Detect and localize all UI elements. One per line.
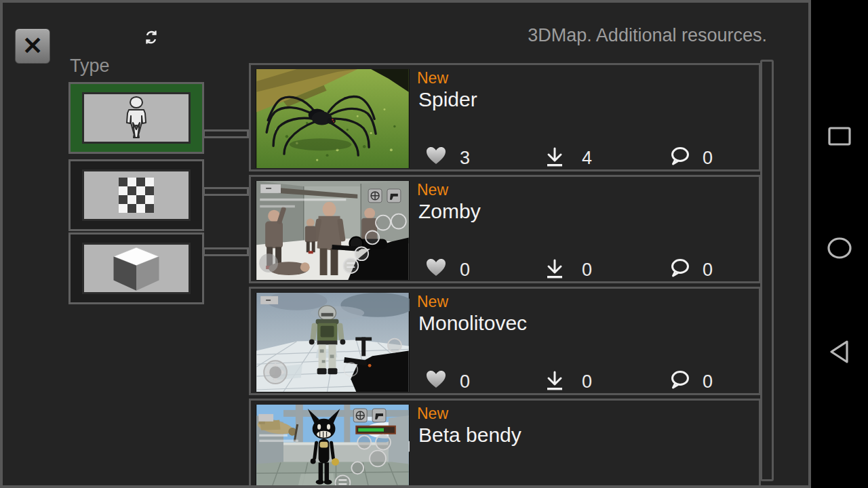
resource-card-spider[interactable]: New Spider 3 4 0	[249, 63, 761, 171]
likes-count: 3	[460, 148, 470, 169]
type-button-textures[interactable]	[68, 159, 204, 231]
resource-title: Beta bendy	[418, 424, 521, 447]
resource-card-beta-bendy[interactable]: New Beta bendy	[249, 399, 761, 488]
download-icon	[544, 146, 566, 171]
back-triangle-icon[interactable]	[828, 339, 851, 367]
list-scrollbar[interactable]	[760, 60, 774, 481]
downloads-count: 0	[582, 371, 592, 392]
comments-icon	[669, 146, 690, 169]
close-icon: ✕	[22, 34, 43, 58]
likes-icon	[426, 370, 446, 392]
download-icon	[544, 258, 566, 283]
type-button-characters[interactable]	[68, 82, 204, 154]
new-badge: New	[417, 405, 448, 423]
type-button-models[interactable]	[68, 232, 204, 304]
comments-count: 0	[703, 260, 713, 281]
comments-icon	[669, 370, 690, 393]
likes-count: 0	[460, 260, 470, 281]
likes-count: 0	[460, 371, 470, 392]
resource-thumbnail	[256, 405, 410, 488]
downloads-count: 0	[582, 260, 592, 281]
page-title: 3DMap. Additional resources.	[528, 25, 767, 46]
resource-thumbnail	[256, 293, 410, 392]
connector-line	[203, 129, 249, 138]
resource-title: Spider	[418, 88, 477, 111]
person-icon	[82, 92, 191, 144]
resource-title: Zomby	[418, 200, 481, 223]
type-label: Type	[70, 56, 110, 77]
resource-card-monolitovec[interactable]: New Monolitovec 0 0 0	[249, 287, 761, 395]
connector-line	[203, 247, 249, 256]
downloads-count: 4	[582, 148, 592, 169]
checkerboard-icon	[82, 169, 191, 221]
resource-card-zomby[interactable]: New Zomby 0 0 0	[249, 175, 761, 283]
android-nav-bar	[811, 0, 868, 488]
comments-count: 0	[703, 371, 713, 392]
likes-icon	[426, 258, 446, 280]
cube-icon	[82, 243, 191, 294]
home-circle-icon[interactable]	[826, 236, 853, 263]
connector-line	[203, 187, 249, 196]
new-badge: New	[417, 181, 448, 199]
comments-icon	[669, 258, 690, 281]
recents-square-icon[interactable]	[827, 125, 852, 150]
resource-thumbnail	[256, 69, 410, 168]
resource-title: Monolitovec	[418, 312, 527, 335]
new-badge: New	[417, 293, 448, 311]
close-button[interactable]: ✕	[15, 28, 50, 64]
comments-count: 0	[703, 148, 713, 169]
likes-icon	[426, 146, 446, 168]
resource-thumbnail	[256, 181, 410, 280]
resources-dialog: ✕ 3DMap. Additional resources. Type	[0, 0, 811, 488]
refresh-icon[interactable]	[142, 28, 160, 46]
new-badge: New	[417, 69, 448, 87]
download-icon	[544, 370, 566, 394]
